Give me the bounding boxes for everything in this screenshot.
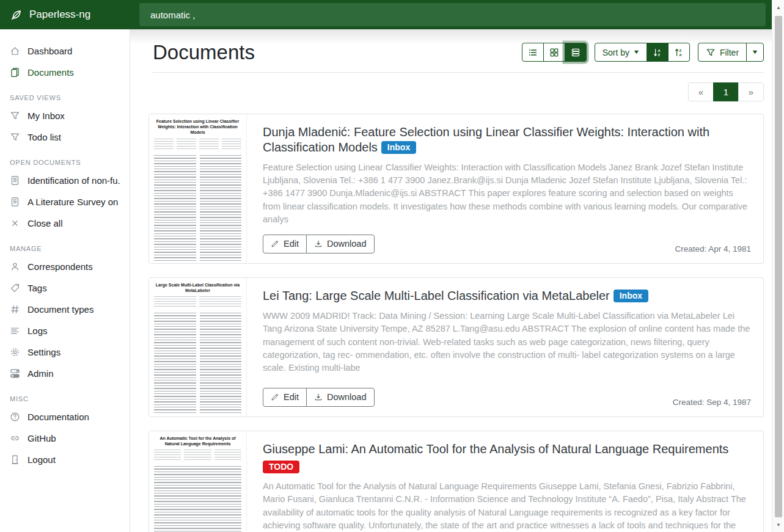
funnel-icon — [706, 48, 716, 57]
sidebar-item-open-doc-2[interactable]: A Literature Survey on ... — [0, 191, 130, 213]
card-actions: Edit Download — [263, 235, 375, 253]
sort-by-dropdown[interactable]: Sort by ▼ — [595, 43, 647, 62]
document-excerpt: An Automatic Tool for the Analysis of Na… — [263, 480, 751, 532]
scrollbar-thumb[interactable] — [775, 16, 782, 517]
download-button[interactable]: Download — [306, 235, 375, 253]
created-date: Created: Sep 4, 1987 — [673, 398, 751, 407]
thumbnail-title: Large Scale Multi-Label Classification v… — [154, 282, 241, 293]
thumbnail-authors — [154, 139, 241, 151]
download-icon — [314, 393, 323, 401]
app-logo[interactable]: Paperless-ng — [0, 9, 130, 21]
app-root: Paperless-ng Dashboard Documents SAVED V… — [0, 0, 784, 532]
svg-text:Z: Z — [680, 48, 682, 53]
documents-toolbar: Sort by ▼ AZ ZA — [522, 43, 764, 64]
sidebar-item-correspondents[interactable]: Correspondents — [0, 256, 130, 277]
sidebar-item-label: Logout — [27, 454, 56, 465]
view-toggle-group — [522, 43, 587, 62]
view-list-button[interactable] — [522, 43, 544, 62]
sidebar-item-label: GitHub — [27, 433, 56, 443]
tag-icon — [10, 283, 20, 293]
scrollbar-up-arrow[interactable]: ▲ — [772, 2, 784, 12]
pagination-page-1-button[interactable]: 1 — [713, 82, 739, 101]
document-title-text: Giuseppe Lami: An Automatic Tool for the… — [263, 442, 728, 456]
document-excerpt: WWW 2009 MADRID! Track: Data Mining / Se… — [263, 310, 751, 374]
thumbnail-body-lines — [154, 313, 241, 414]
sidebar-item-logout[interactable]: Logout — [0, 449, 130, 470]
brand-name: Paperless-ng — [29, 9, 90, 21]
page-scrollbar[interactable]: ▲ ▼ — [772, 0, 784, 532]
sidebar-item-label: Close all — [27, 218, 63, 228]
toggles-icon — [10, 368, 20, 379]
pagination: « 1 » — [688, 82, 764, 101]
document-excerpt: Feature Selection using Linear Classifie… — [263, 161, 751, 226]
document-title[interactable]: Giuseppe Lami: An Automatic Tool for the… — [263, 442, 751, 473]
sidebar-item-documents[interactable]: Documents — [0, 62, 130, 83]
sort-alpha-down-icon: AZ — [653, 48, 662, 57]
scrollbar-down-arrow[interactable]: ▼ — [772, 520, 784, 530]
sidebar-item-documentation[interactable]: Documentation — [0, 406, 130, 428]
thumbnail-authors — [154, 450, 241, 462]
sidebar-item-close-all[interactable]: Close all — [0, 213, 130, 234]
tag-badge-inbox[interactable]: Inbox — [381, 141, 416, 154]
sidebar-item-label: Tags — [27, 283, 47, 293]
pagination-prev-button[interactable]: « — [688, 82, 714, 101]
edit-label: Edit — [284, 392, 299, 402]
sort-direction-asc-button[interactable]: ZA — [668, 43, 690, 62]
filter-caret-button[interactable]: ▼ — [746, 43, 764, 62]
sidebar-item-tags[interactable]: Tags — [0, 277, 130, 299]
card-actions: Edit Download — [263, 388, 375, 407]
sort-group: Sort by ▼ AZ ZA — [595, 43, 690, 62]
text-lines-icon — [10, 326, 20, 336]
tag-badge-inbox[interactable]: Inbox — [614, 290, 648, 302]
sidebar-item-todo-list[interactable]: Todo list — [0, 126, 130, 148]
document-list: Feature Selection using Linear Classifie… — [148, 114, 764, 532]
sort-direction-desc-button[interactable]: AZ — [647, 43, 669, 62]
edit-button[interactable]: Edit — [263, 388, 307, 407]
sidebar-item-label: Identification of non-fu... — [27, 175, 120, 186]
document-thumbnail[interactable]: Large Scale Multi-Label Classification v… — [149, 278, 247, 417]
view-detail-button[interactable] — [565, 43, 587, 62]
sidebar-item-github[interactable]: GitHub — [0, 428, 130, 449]
filter-button[interactable]: Filter — [698, 43, 747, 62]
document-thumbnail[interactable]: An Automatic Tool for the Analysis of Na… — [149, 431, 247, 532]
sidebar-item-open-doc-1[interactable]: Identification of non-fu... — [0, 170, 130, 191]
house-icon — [10, 46, 20, 56]
edit-button[interactable]: Edit — [263, 235, 307, 253]
link-icon — [10, 433, 20, 443]
file-text-icon — [10, 175, 20, 186]
sidebar-item-dashboard[interactable]: Dashboard — [0, 40, 130, 62]
document-title-text: Lei Tang: Large Scale Multi-Label Classi… — [263, 289, 610, 302]
document-title[interactable]: Dunja Mladenić: Feature Selection using … — [263, 125, 751, 155]
thumbnail-body-lines — [154, 155, 241, 261]
document-thumbnail[interactable]: Feature Selection using Linear Classifie… — [149, 114, 247, 263]
sidebar-item-my-inbox[interactable]: My Inbox — [0, 105, 130, 126]
sidebar-section-open-documents: OPEN DOCUMENTS — [0, 148, 130, 170]
pagination-next-button[interactable]: » — [738, 82, 764, 101]
search-input[interactable] — [139, 3, 766, 26]
svg-text:A: A — [679, 53, 682, 57]
sidebar-item-label: My Inbox — [27, 111, 65, 121]
sidebar-item-label: Settings — [27, 347, 60, 357]
sidebar-item-document-types[interactable]: Document types — [0, 299, 130, 320]
tag-badge-todo[interactable]: TODO — [263, 461, 299, 473]
list-view-icon — [528, 48, 538, 57]
sidebar-item-label: Todo list — [27, 132, 61, 142]
download-icon — [314, 239, 323, 248]
download-label: Download — [327, 239, 367, 249]
view-grid-button[interactable] — [543, 43, 565, 62]
document-title[interactable]: Lei Tang: Large Scale Multi-Label Classi… — [263, 288, 751, 303]
sidebar: Dashboard Documents SAVED VIEWS My Inbox… — [0, 29, 130, 532]
question-circle-icon — [10, 412, 20, 422]
sidebar-item-label: Documentation — [27, 412, 89, 422]
document-title-text: Dunja Mladenić: Feature Selection using … — [263, 125, 709, 153]
page-title: Documents — [153, 42, 255, 64]
sidebar-item-label: Documents — [27, 67, 74, 78]
caret-down-icon: ▼ — [751, 49, 758, 55]
download-button[interactable]: Download — [306, 388, 375, 407]
sort-alpha-up-icon: ZA — [674, 48, 684, 57]
grid-view-icon — [549, 48, 559, 57]
sidebar-item-logs[interactable]: Logs — [0, 320, 130, 341]
sidebar-item-admin[interactable]: Admin — [0, 363, 130, 384]
sort-by-label: Sort by — [603, 48, 629, 57]
sidebar-item-settings[interactable]: Settings — [0, 341, 130, 363]
